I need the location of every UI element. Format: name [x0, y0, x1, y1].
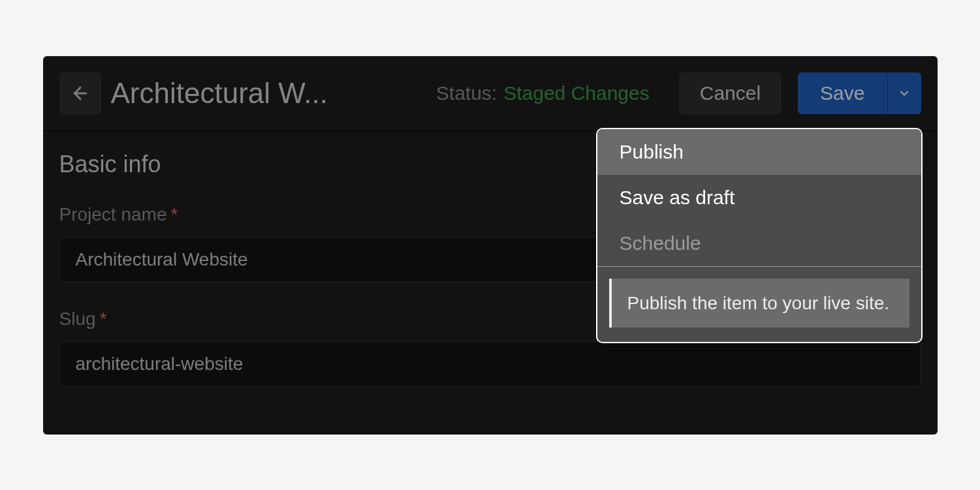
chevron-down-icon — [898, 87, 911, 100]
project-name-label-text: Project name — [59, 204, 167, 224]
dropdown-item-schedule: Schedule — [597, 221, 921, 266]
editor-panel: Architectural W... Status: Staged Change… — [43, 56, 938, 435]
save-button[interactable]: Save — [798, 72, 887, 114]
status-label: Status: — [436, 82, 497, 104]
cancel-button[interactable]: Cancel — [679, 72, 782, 114]
page-title: Architectural W... — [111, 77, 328, 110]
slug-label-text: Slug — [59, 309, 96, 329]
dropdown-help-text: Publish the item to your live site. — [609, 279, 909, 328]
save-dropdown-menu: Publish Save as draft Schedule Publish t… — [596, 128, 923, 343]
dropdown-item-save-draft[interactable]: Save as draft — [597, 175, 921, 221]
header-bar: Architectural W... Status: Staged Change… — [43, 56, 938, 131]
back-button[interactable] — [59, 72, 101, 114]
dropdown-help-wrap: Publish the item to your live site. — [597, 267, 921, 342]
save-dropdown-toggle[interactable] — [887, 72, 921, 114]
save-split-button: Save — [798, 72, 921, 114]
arrow-left-icon — [71, 84, 90, 103]
slug-input[interactable] — [59, 341, 921, 387]
status-value: Staged Changes — [503, 82, 650, 104]
required-asterisk: * — [100, 309, 107, 329]
dropdown-item-publish[interactable]: Publish — [597, 129, 921, 175]
status-block: Status: Staged Changes — [436, 82, 650, 104]
required-asterisk: * — [170, 204, 178, 224]
